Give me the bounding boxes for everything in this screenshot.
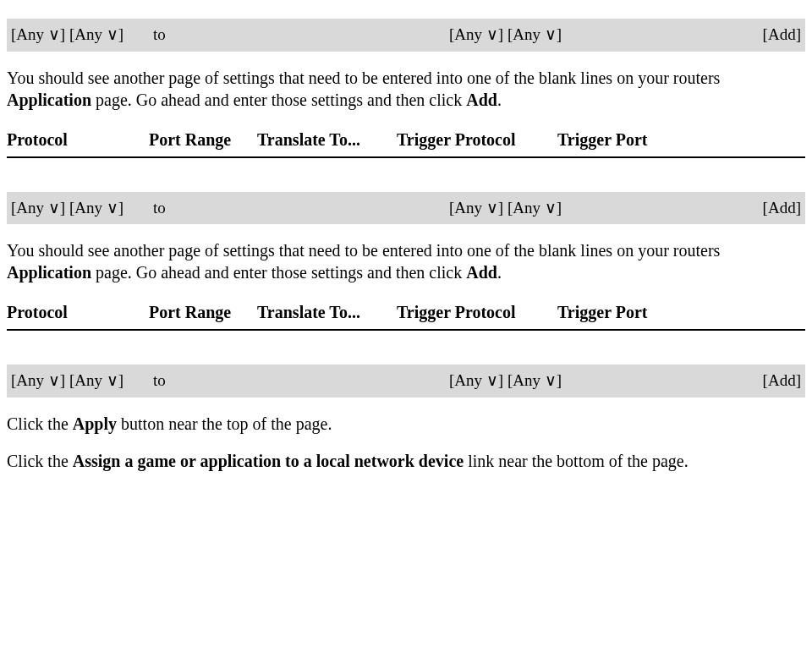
header-portrange: Port Range <box>149 300 257 324</box>
header-triggerport: Trigger Port <box>557 300 805 324</box>
instruction-text-2: You should see another page of settings … <box>7 239 805 283</box>
instruction-text-4: Click the Assign a game or application t… <box>7 450 805 472</box>
separator <box>7 329 805 331</box>
apply-bold: Apply <box>73 414 117 433</box>
trigger-protocol-dropdowns[interactable]: [Any ∨] [Any ∨] <box>449 24 694 47</box>
add-button[interactable]: [Add] <box>694 197 801 220</box>
settings-row-3: [Any ∨] [Any ∨] to [Any ∨] [Any ∨] [Add] <box>7 365 805 398</box>
header-triggerport: Trigger Port <box>557 128 805 151</box>
header-protocol: Protocol <box>7 128 149 151</box>
text: . <box>497 90 502 109</box>
instruction-text-3: Click the Apply button near the top of t… <box>7 413 805 435</box>
header-translate: Translate To... <box>257 300 397 324</box>
text: page. Go ahead and enter those settings … <box>91 90 466 109</box>
settings-row-2: [Any ∨] [Any ∨] to [Any ∨] [Any ∨] [Add] <box>7 192 805 225</box>
header-protocol: Protocol <box>7 300 149 324</box>
add-bold: Add <box>466 263 497 282</box>
add-button[interactable]: [Add] <box>694 24 801 47</box>
settings-row-1: [Any ∨] [Any ∨] to [Any ∨] [Any ∨] [Add] <box>7 19 805 52</box>
text: Click the <box>7 414 73 433</box>
add-bold: Add <box>466 90 497 109</box>
assign-link-bold: Assign a game or application to a local … <box>73 452 464 470</box>
text: . <box>497 263 502 282</box>
protocol-dropdowns[interactable]: [Any ∨] [Any ∨] <box>11 370 153 392</box>
table-header-2: Protocol Port Range Translate To... Trig… <box>7 299 805 326</box>
text: You should see another page of settings … <box>7 69 720 87</box>
table-header-1: Protocol Port Range Translate To... Trig… <box>7 126 805 153</box>
to-label: to <box>153 370 449 392</box>
instruction-text-1: You should see another page of settings … <box>7 67 805 111</box>
header-translate: Translate To... <box>257 128 397 151</box>
text: button near the top of the page. <box>117 414 332 433</box>
protocol-dropdowns[interactable]: [Any ∨] [Any ∨] <box>11 24 153 47</box>
to-label: to <box>153 197 449 220</box>
separator <box>7 156 805 158</box>
to-label: to <box>153 24 449 47</box>
trigger-protocol-dropdowns[interactable]: [Any ∨] [Any ∨] <box>449 370 694 392</box>
text: page. Go ahead and enter those settings … <box>91 263 466 282</box>
application-bold: Application <box>7 263 91 282</box>
application-bold: Application <box>7 90 91 109</box>
protocol-dropdowns[interactable]: [Any ∨] [Any ∨] <box>11 197 153 220</box>
header-triggerproto: Trigger Protocol <box>397 128 557 151</box>
header-portrange: Port Range <box>149 128 257 151</box>
text: link near the bottom of the page. <box>464 452 688 470</box>
add-button[interactable]: [Add] <box>694 370 801 392</box>
text: Click the <box>7 452 73 470</box>
header-triggerproto: Trigger Protocol <box>397 300 557 324</box>
text: You should see another page of settings … <box>7 241 720 260</box>
trigger-protocol-dropdowns[interactable]: [Any ∨] [Any ∨] <box>449 197 694 220</box>
